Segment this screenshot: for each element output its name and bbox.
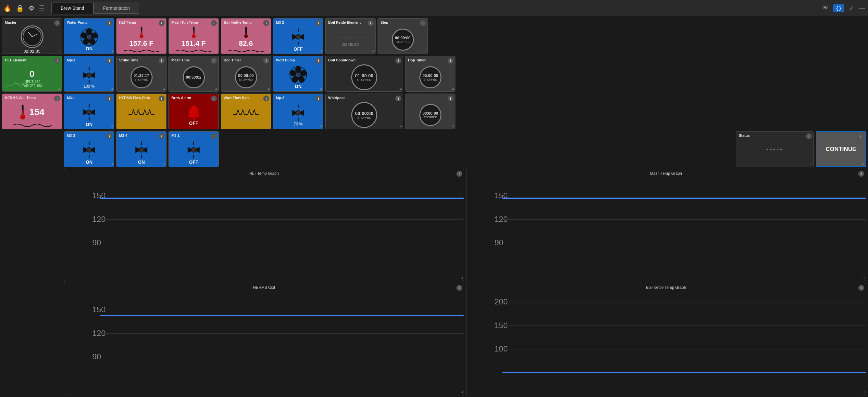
water-pump-info-icon[interactable]: i: [106, 20, 112, 26]
herms-coil-resize[interactable]: ⊿: [58, 124, 61, 128]
m3-2-resize[interactable]: ⊿: [319, 49, 322, 53]
boil-timer-resize[interactable]: ⊿: [267, 87, 270, 90]
water-pump-resize[interactable]: ⊿: [111, 49, 113, 53]
continue-info-icon[interactable]: i: [858, 134, 864, 139]
mp2-widget[interactable]: Mp-2 i 70 % ⊿: [273, 93, 323, 129]
lock-icon[interactable]: 🔒: [16, 4, 24, 12]
herms-coil-graph-info-icon[interactable]: i: [456, 285, 462, 291]
hlt-element-widget[interactable]: HLT Element i 0 INPUT: 154 TARGET: 153 ⊿: [2, 56, 62, 92]
mash-tun-temp-widget[interactable]: Mash Tun Temp i 151.4 F ⊿: [168, 18, 219, 54]
boil-kettle-temp-info-icon[interactable]: i: [263, 20, 269, 26]
master-widget[interactable]: Master i 02:02:35: [2, 18, 62, 54]
mp1-widget[interactable]: Mp-1 i 100 % ⊿: [64, 56, 114, 92]
brew-alarm-info-icon[interactable]: i: [211, 95, 217, 102]
hop-timer-info-icon[interactable]: i: [447, 58, 454, 64]
mash-time-resize[interactable]: ⊿: [215, 87, 217, 90]
m3-1-widget[interactable]: M3-1 i ON ⊿: [64, 93, 114, 129]
boil-kettle-temp-graph-info-icon[interactable]: i: [858, 285, 864, 291]
boil-timer-info-icon[interactable]: i: [263, 58, 269, 64]
m3-4-widget[interactable]: M3-4 i ON ⊿: [116, 131, 166, 167]
boil-kettle-temp-graph[interactable]: Boil Kettle Temp Graph i 200 150 100 ⊿: [466, 283, 866, 395]
brew-alarm-widget[interactable]: Brew Alarm i OFF ⊿: [168, 93, 219, 129]
wort-flow-rate-widget[interactable]: Wort Flow Rate i DISABLED ⊿: [221, 93, 271, 129]
boil-kettle-temp-graph-resize[interactable]: ⊿: [862, 390, 865, 394]
boil-countdown-widget[interactable]: Boil Countdown i 01:00:00 STOPPED ⊿: [325, 56, 403, 92]
list-icon[interactable]: ☰: [39, 4, 45, 12]
hlt-element-info-icon[interactable]: i: [54, 58, 60, 64]
hop-timer-2-widget[interactable]: i 00:00:00 STOPPED ⊿: [405, 93, 456, 129]
mash-time-info-icon[interactable]: i: [211, 58, 217, 64]
step-widget[interactable]: Step i 00:00:00 STOPPED ⊿: [377, 18, 428, 54]
step-resize[interactable]: ⊿: [424, 49, 427, 53]
status-resize[interactable]: ⊿: [810, 162, 812, 166]
herms-flow-rate-info-icon[interactable]: i: [159, 95, 164, 102]
mp2-info-icon[interactable]: i: [315, 95, 321, 102]
boil-countdown-resize[interactable]: ⊿: [399, 87, 402, 90]
herms-coil-temp-info-icon[interactable]: i: [54, 95, 60, 102]
water-pump-widget[interactable]: Water Pump i ON ⊿: [64, 18, 114, 54]
step-info-icon[interactable]: i: [420, 20, 426, 26]
wort-pump-widget[interactable]: Wort Pump i ON ⊿: [273, 56, 323, 92]
m3-2-info-icon[interactable]: i: [315, 20, 321, 26]
hop-timer-2-info-icon[interactable]: i: [447, 95, 454, 102]
hlt-temp-graph-resize[interactable]: ⊿: [460, 276, 463, 280]
mp1-resize[interactable]: ⊿: [111, 87, 113, 90]
mash-time-widget[interactable]: Mash Time i 00:30:02 ⊿: [168, 56, 219, 92]
boil-kettle-temp-widget[interactable]: Boil Kettle Temp i 82.6 ⊿: [221, 18, 271, 54]
whirlpool-info-icon[interactable]: i: [395, 95, 401, 102]
minimize-icon[interactable]: —: [859, 4, 865, 11]
mash-temp-graph[interactable]: Mash Temp Graph i 150 120 90 ⊿: [466, 169, 866, 281]
strike-time-resize[interactable]: ⊿: [163, 87, 165, 90]
m3-4-resize[interactable]: ⊿: [163, 162, 165, 166]
hlt-temp-graph[interactable]: HLT Temp Graph i 150 120 90 ⊿: [64, 169, 464, 281]
brew-alarm-resize[interactable]: ⊿: [215, 124, 217, 128]
m3-1-info-icon[interactable]: i: [106, 95, 112, 102]
hop-timer-2-resize[interactable]: ⊿: [452, 124, 454, 128]
mash-tun-temp-info-icon[interactable]: i: [211, 20, 217, 26]
wort-pump-resize[interactable]: ⊿: [319, 87, 322, 90]
strike-time-widget[interactable]: Strike Time i 01:32:17 STOPPED ⊿: [116, 56, 166, 92]
mash-tun-temp-resize[interactable]: ⊿: [215, 49, 217, 53]
hlt-temp-resize[interactable]: ⊿: [163, 49, 165, 53]
mp1-info-icon[interactable]: i: [106, 58, 112, 64]
boil-timer-widget[interactable]: Boil Timer i 00:00:00 STOPPED ⊿: [221, 56, 271, 92]
m2-1-info-icon[interactable]: i: [211, 133, 217, 139]
hlt-temp-info-icon[interactable]: i: [159, 20, 164, 26]
status-info-icon[interactable]: i: [806, 133, 812, 139]
tab-fermentation[interactable]: Fermentation: [93, 3, 139, 13]
boil-kettle-element-widget[interactable]: Boil Kettle Element i — — — — DISABLED ⊿: [325, 18, 376, 54]
boil-countdown-info-icon[interactable]: i: [395, 58, 401, 64]
wort-flow-rate-info-icon[interactable]: i: [263, 95, 269, 102]
hlt-temp-graph-info-icon[interactable]: i: [456, 171, 462, 177]
boil-kettle-element-info-icon[interactable]: i: [368, 20, 374, 26]
m3-3-resize[interactable]: ⊿: [111, 162, 113, 166]
m2-1-widget[interactable]: M2-1 i OFF ⊿: [168, 131, 219, 167]
check-icon[interactable]: ✓: [849, 4, 855, 12]
gear-icon[interactable]: ⚙: [29, 4, 34, 12]
m3-3-info-icon[interactable]: i: [106, 133, 112, 139]
hlt-element-resize[interactable]: ⊿: [58, 87, 61, 90]
continue-resize[interactable]: ⊿: [862, 162, 864, 165]
herms-flow-rate-resize[interactable]: ⊿: [163, 124, 165, 128]
hlt-temp-widget[interactable]: HLT Temp i 157.6 F ⊿: [116, 18, 166, 54]
wort-pump-info-icon[interactable]: i: [315, 58, 321, 64]
master-resize[interactable]: ⊿: [58, 49, 61, 53]
mash-temp-graph-resize[interactable]: ⊿: [862, 276, 865, 280]
continue-widget[interactable]: i CONTINUE ⊿: [816, 131, 866, 167]
boil-kettle-element-resize[interactable]: ⊿: [372, 49, 374, 53]
tab-brew-stand[interactable]: Brew Stand: [51, 3, 93, 13]
hop-timer-widget[interactable]: Hop Timer i 00:00:00 STOPPED ⊿: [405, 56, 456, 92]
master-info-icon[interactable]: i: [54, 20, 60, 26]
eye-icon[interactable]: 👁: [823, 4, 828, 11]
continue-button[interactable]: CONTINUE: [826, 146, 856, 153]
status-widget[interactable]: Status i ----- ⊿: [736, 131, 814, 167]
herms-coil-graph[interactable]: HERMS Coil i 150 120 90 ⊿: [64, 283, 464, 395]
whirlpool-widget[interactable]: Whirlpool i 00:00:00 STOPPED ⊿: [325, 93, 403, 129]
strike-time-info-icon[interactable]: i: [159, 58, 164, 64]
flame-icon[interactable]: 🔥: [3, 4, 11, 12]
herms-flow-rate-widget[interactable]: HERMS Flow Rate i DISABLED ⊿: [116, 93, 166, 129]
whirlpool-resize[interactable]: ⊿: [399, 124, 402, 128]
boil-kettle-temp-resize[interactable]: ⊿: [267, 49, 270, 53]
curly-braces-button[interactable]: { }: [833, 4, 844, 12]
mp2-resize[interactable]: ⊿: [319, 124, 322, 128]
